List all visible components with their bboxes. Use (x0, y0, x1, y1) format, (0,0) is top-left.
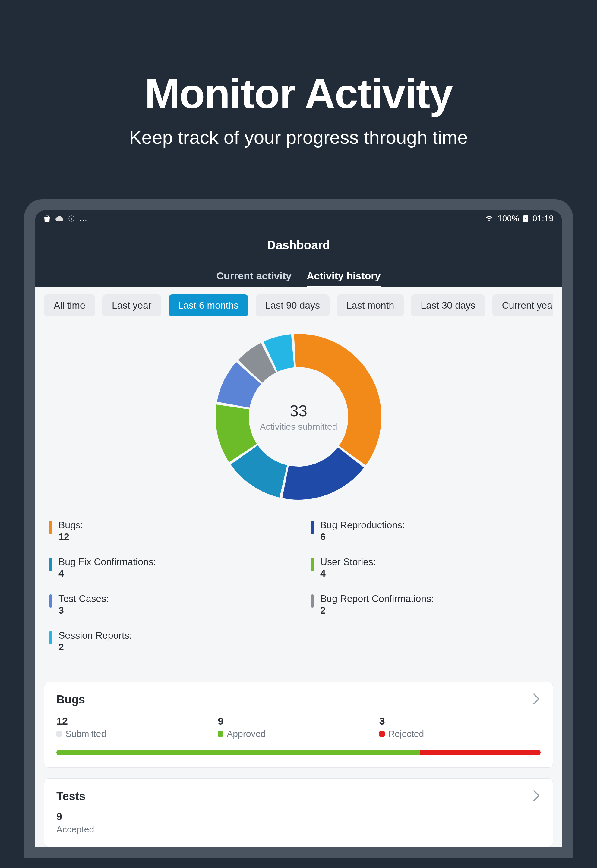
progress-segment (56, 750, 420, 755)
donut-legend: Bugs: 12 Bug Reproductions: 6 Bug Fix Co… (44, 520, 553, 653)
legend-swatch (49, 558, 52, 571)
bugs-approved-stat: 9 Approved (218, 715, 379, 739)
legend-label: Bug Reproductions: (320, 520, 405, 531)
legend-swatch (310, 558, 314, 571)
filter-last-90-days[interactable]: Last 90 days (256, 295, 330, 317)
legend-item: Bugs: 12 (49, 520, 287, 542)
tests-accepted-value: 9 (56, 811, 541, 822)
dot-icon (56, 731, 62, 736)
legend-swatch (310, 594, 314, 607)
legend-value: 4 (58, 568, 156, 579)
status-bar: … 100% 01:19 (35, 210, 562, 227)
info-icon (68, 215, 75, 222)
tab-current-activity[interactable]: Current activity (216, 270, 291, 287)
donut-label: Activities submitted (260, 422, 337, 432)
legend-swatch (49, 521, 52, 534)
page-title: Dashboard (35, 238, 562, 252)
device-screen: … 100% 01:19 Dashboard Current act (35, 210, 562, 847)
filter-last-6-months[interactable]: Last 6 months (169, 295, 248, 317)
legend-value: 3 (58, 605, 109, 616)
progress-segment (420, 750, 541, 755)
tests-card-title: Tests (56, 790, 85, 803)
bugs-submitted-stat: 12 Submitted (56, 715, 218, 739)
app-header: Dashboard Current activity Activity hist… (35, 227, 562, 287)
legend-value: 6 (320, 531, 405, 542)
promo-frame: Monitor Activity Keep track of your prog… (0, 0, 597, 868)
battery-icon (523, 215, 528, 222)
legend-item: User Stories: 4 (310, 556, 548, 579)
bugs-card-title: Bugs (56, 693, 85, 706)
legend-swatch (49, 594, 52, 607)
bugs-rejected-label: Rejected (388, 729, 424, 739)
svg-rect-1 (71, 218, 72, 220)
bugs-submitted-label: Submitted (65, 729, 106, 739)
donut-segment (294, 334, 382, 465)
legend-label: Bugs: (58, 520, 83, 531)
bugs-approved-value: 9 (218, 715, 379, 727)
legend-item: Bug Fix Confirmations: 4 (49, 556, 287, 579)
cloud-icon (55, 215, 64, 222)
legend-item: Session Reports: 2 (49, 630, 287, 653)
filter-last-month[interactable]: Last month (337, 295, 404, 317)
donut-center: 33 Activities submitted (260, 402, 337, 432)
legend-label: Bug Report Confirmations: (320, 593, 434, 604)
bugs-progress-bar (56, 750, 541, 755)
legend-item: Bug Reproductions: 6 (310, 520, 548, 542)
legend-item: Bug Report Confirmations: 2 (310, 593, 548, 616)
svg-rect-4 (525, 215, 527, 215)
legend-item: Test Cases: 3 (49, 593, 287, 616)
legend-label: Bug Fix Confirmations: (58, 556, 156, 567)
legend-value: 2 (58, 642, 132, 653)
time-filter-bar[interactable]: All time Last year Last 6 months Last 90… (44, 295, 553, 317)
bag-icon (43, 215, 50, 222)
legend-value: 4 (320, 568, 376, 579)
battery-percent: 100% (498, 214, 519, 223)
filter-current-year[interactable]: Current year (492, 295, 553, 317)
bugs-card[interactable]: Bugs 12 Submitted 9 Approved (44, 682, 553, 768)
legend-value: 2 (320, 605, 434, 616)
chevron-right-icon (532, 789, 541, 803)
activities-donut: 33 Activities submitted (44, 331, 553, 503)
legend-swatch (49, 631, 52, 644)
filter-last-year[interactable]: Last year (102, 295, 161, 317)
bugs-submitted-value: 12 (56, 715, 218, 727)
filter-last-30-days[interactable]: Last 30 days (411, 295, 485, 317)
device-frame: … 100% 01:19 Dashboard Current act (24, 199, 573, 858)
tab-activity-history[interactable]: Activity history (307, 270, 381, 287)
promo-title: Monitor Activity (145, 69, 453, 118)
tests-accepted-stat: 9 Accepted (56, 811, 541, 835)
filter-all-time[interactable]: All time (44, 295, 95, 317)
wifi-icon (485, 215, 493, 222)
donut-total: 33 (260, 402, 337, 420)
bugs-approved-label: Approved (227, 729, 265, 739)
content-area: All time Last year Last 6 months Last 90… (35, 287, 562, 847)
dot-icon (379, 731, 385, 736)
bugs-rejected-value: 3 (379, 715, 541, 727)
tests-accepted-label: Accepted (56, 824, 94, 835)
legend-value: 12 (58, 531, 83, 542)
dot-icon (218, 731, 223, 736)
top-tabs: Current activity Activity history (35, 270, 562, 287)
legend-swatch (310, 521, 314, 534)
legend-label: User Stories: (320, 556, 376, 567)
chevron-right-icon (532, 693, 541, 706)
clock-time: 01:19 (533, 214, 554, 223)
svg-rect-2 (71, 217, 72, 217)
bugs-rejected-stat: 3 Rejected (379, 715, 541, 739)
promo-subtitle: Keep track of your progress through time (129, 127, 468, 148)
tests-card[interactable]: Tests 9 Accepted (44, 779, 553, 847)
overflow-dots: … (79, 214, 88, 223)
legend-label: Session Reports: (58, 630, 132, 641)
legend-label: Test Cases: (58, 593, 109, 604)
